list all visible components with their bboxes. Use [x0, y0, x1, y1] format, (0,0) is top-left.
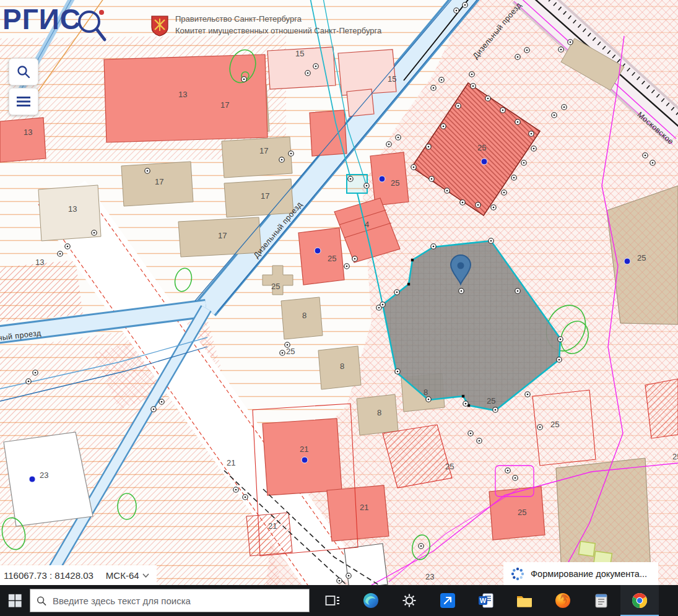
edge-icon [362, 592, 380, 609]
parcel-number: 21 [360, 503, 368, 512]
taskbar-search[interactable] [30, 589, 310, 612]
parcel-number: 8 [377, 408, 381, 417]
parcel-number: 4 [365, 220, 369, 229]
taskbar-icons: W [313, 585, 659, 616]
parcel-number: 15 [295, 49, 304, 58]
coordinates-bar: 116067.73 : 81428.03 МСК-64 [0, 565, 157, 585]
parcel-number: 13 [24, 128, 32, 137]
document-generation-toast[interactable]: Формирование документа... [503, 562, 658, 585]
parcel-number: 25 [391, 178, 399, 188]
search-icon [37, 596, 46, 606]
parcel-number: 21 [268, 521, 277, 531]
task-view-button[interactable] [313, 585, 352, 616]
parcel-number: 8 [340, 362, 344, 371]
crs-value: МСК-64 [106, 570, 139, 581]
explorer-button[interactable] [505, 585, 544, 616]
file-explorer-icon [516, 592, 533, 609]
parcel-number: 15 [388, 74, 396, 84]
windows-logo-icon [7, 593, 22, 608]
parcel-number: 25 [328, 254, 336, 263]
rgis-logo-text: РГИС [2, 5, 81, 33]
processing-dots-icon [511, 567, 524, 581]
gov-line2: Комитет имущественных отношений Санкт-Пе… [175, 25, 381, 37]
edge-button[interactable] [352, 585, 390, 616]
parcel-number: 17 [218, 231, 227, 240]
toast-text: Формирование документа... [531, 569, 647, 579]
parcel-number: 21 [227, 458, 235, 467]
map-menu-button[interactable] [9, 88, 38, 115]
parcel-number: 23 [425, 572, 434, 581]
spb-coat-of-arms-icon [150, 14, 169, 37]
cursor-coordinates: 116067.73 : 81428.03 [4, 570, 93, 581]
hamburger-menu-icon [16, 96, 31, 107]
rgis-logo[interactable]: РГИС [2, 5, 110, 43]
parcel-number: 23 [40, 471, 48, 480]
parcel-number: 25 [487, 396, 495, 406]
search-icon [17, 65, 30, 79]
chrome-icon [631, 592, 648, 609]
start-button[interactable] [0, 585, 30, 616]
map-area: 1313131315151717171717252525252525488882… [0, 0, 678, 585]
firefox-button[interactable] [544, 585, 582, 616]
screen: 1313131315151717171717252525252525488882… [0, 0, 678, 616]
taskbar: W [0, 585, 678, 616]
parcel-number: 17 [155, 177, 163, 186]
parcel-number: 21 [300, 445, 308, 454]
word-button[interactable]: W [467, 585, 505, 616]
parcel-number: 25 [286, 347, 295, 356]
map-search-button[interactable] [9, 58, 38, 85]
notepad-button[interactable] [582, 585, 620, 616]
parcel-number: 25 [637, 253, 646, 262]
parcel-number: 25 [477, 143, 486, 152]
parcel-number: 8 [302, 311, 306, 320]
parcel-number: 25 [518, 508, 526, 517]
map-canvas[interactable]: 1313131315151717171717252525252525488882… [0, 0, 678, 585]
parcel-number: 13 [35, 258, 44, 267]
parcel-number: 25 [271, 282, 280, 291]
parcel-number: 25 [672, 452, 678, 461]
task-view-icon [324, 592, 341, 609]
crs-selector[interactable]: МСК-64 [106, 570, 149, 581]
parcel-number: 17 [261, 191, 269, 201]
taskbar-search-input[interactable] [51, 595, 303, 607]
parcel-number: 13 [178, 90, 187, 99]
parcel-number: 17 [220, 100, 229, 110]
settings-gear-icon [401, 592, 417, 609]
svg-text:W: W [480, 597, 487, 604]
notepad-icon [593, 592, 609, 609]
chrome-button[interactable] [620, 585, 659, 616]
parcel-number: 25 [445, 462, 454, 471]
blue-app-button[interactable] [428, 585, 467, 616]
chevron-down-icon [142, 573, 149, 578]
word-icon: W [477, 592, 495, 609]
firefox-icon [554, 592, 572, 609]
gov-line1: Правительство Санкт-Петербурга [175, 14, 381, 25]
blue-app-icon [439, 592, 456, 609]
magnifier-logo-icon [74, 5, 110, 43]
government-header: Правительство Санкт-Петербурга Комитет и… [150, 14, 381, 37]
parcel-number: 13 [68, 204, 77, 214]
settings-button[interactable] [390, 585, 428, 616]
parcel-number: 17 [259, 146, 268, 155]
parcel-number: 8 [424, 388, 428, 397]
parcel-number: 25 [550, 420, 559, 429]
